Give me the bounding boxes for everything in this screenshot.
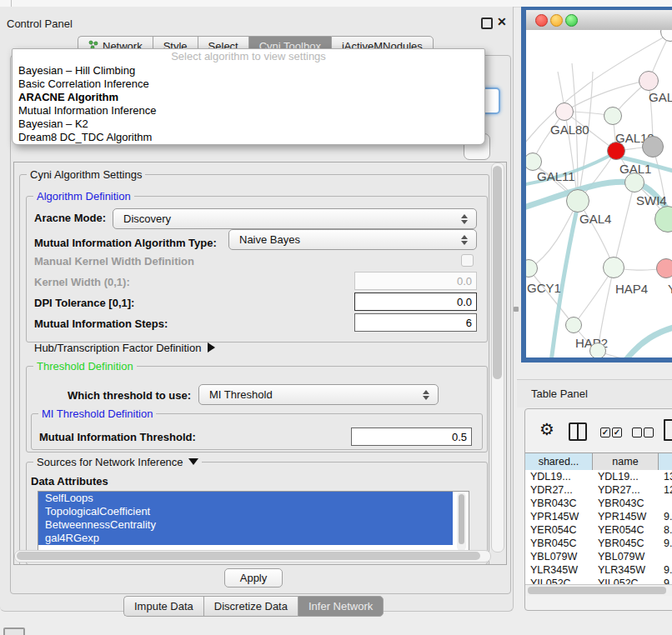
table-cell: 8.: [659, 523, 672, 537]
column-header[interactable]: name: [593, 453, 659, 470]
manual-kernel-checkbox[interactable]: [461, 254, 474, 267]
table-row[interactable]: YDL19...YDL19...13: [525, 470, 672, 483]
table-row[interactable]: YBL079WYBL079W: [525, 550, 672, 563]
node-swi4[interactable]: [624, 172, 644, 192]
node-gal1[interactable]: [607, 142, 625, 160]
which-threshold-label: Which threshold to use:: [68, 389, 191, 402]
attribute-item[interactable]: gal4RGexp: [38, 532, 453, 545]
table-row[interactable]: YLR345WYLR345W9.: [525, 563, 672, 577]
attribute-item[interactable]: SelfLoops: [38, 492, 453, 505]
mi-algorithm-type-label: Mutual Information Algorithm Type:: [34, 237, 217, 249]
close-icon[interactable]: ✕: [497, 15, 507, 28]
float-window-icon[interactable]: [481, 18, 493, 29]
checked-checkbox-icon[interactable]: ✓: [612, 428, 622, 438]
column-header[interactable]: A: [659, 453, 672, 470]
checked-checkbox-icon[interactable]: ✓: [600, 428, 610, 438]
combo-arrows-icon: [456, 214, 476, 224]
dpi-tolerance-input[interactable]: [354, 292, 477, 311]
manual-kernel-label: Manual Kernel Width Definition: [34, 255, 194, 268]
gear-icon[interactable]: ⚙: [539, 419, 554, 439]
table-horizontal-scrollbar[interactable]: [525, 584, 672, 596]
node-gal[interactable]: [639, 71, 659, 91]
which-threshold-combo[interactable]: MI Threshold: [198, 384, 439, 405]
tab-impute-data[interactable]: Impute Data: [123, 596, 203, 617]
outer-window-divider: [11, 0, 12, 7]
file-icon[interactable]: [664, 419, 672, 441]
column-layout-icon[interactable]: [569, 422, 587, 441]
node-label: HAP4: [615, 282, 648, 296]
algorithm-option[interactable]: Dream8 DC_TDC Algorithm: [13, 131, 484, 144]
unchecked-checkbox-icon[interactable]: [644, 428, 654, 438]
algorithm-option[interactable]: Mutual Information Inference: [13, 104, 484, 118]
close-traffic-light-icon[interactable]: [535, 14, 548, 27]
table-row[interactable]: YER054CYER054C8.: [525, 523, 672, 537]
node-y[interactable]: [656, 258, 672, 278]
algorithm-option[interactable]: Bayesian – K2: [13, 118, 484, 131]
attributes-list-scroll-thumb[interactable]: [459, 494, 464, 544]
network-canvas[interactable]: GALGAL80GAL10GAL1GAL11SWI4GAL4GCY1HAP4YH…: [526, 30, 672, 358]
minimize-traffic-light-icon[interactable]: [550, 14, 563, 27]
node-hap4[interactable]: [603, 257, 624, 278]
mi-algorithm-type-value: Naive Bayes: [229, 233, 456, 246]
settings-vertical-scroll-thumb[interactable]: [493, 166, 502, 379]
mi-threshold-input[interactable]: [351, 428, 472, 446]
column-header[interactable]: shared...: [525, 453, 593, 470]
table-row[interactable]: YPR145WYPR145W9.: [525, 510, 672, 523]
settings-horizontal-scroll-thumb[interactable]: [17, 552, 480, 560]
attribute-item[interactable]: TopologicalCoefficient: [38, 505, 453, 518]
apply-button[interactable]: Apply: [224, 568, 283, 588]
table-cell: YBL079W: [525, 550, 593, 563]
node-label: GCY1: [527, 281, 561, 295]
dropdown-list: Bayesian – Hill ClimbingBasic Correlatio…: [13, 64, 484, 144]
cyni-settings-group-title: Cyni Algorithm Settings: [27, 168, 145, 181]
table-cell: 13: [659, 470, 672, 483]
node-label: GAL: [649, 90, 672, 104]
settings-scroll-viewport: Cyni Algorithm Settings Algorithm Defini…: [13, 162, 507, 565]
hub-definition-label: Hub/Transcription Factor Definition: [34, 342, 201, 354]
unchecked-checkbox-icon[interactable]: [632, 428, 642, 438]
node-hap2[interactable]: [565, 317, 582, 333]
node[interactable]: [642, 136, 664, 158]
mi-threshold-group-title: MI Threshold Definition: [38, 408, 156, 420]
node-gal80[interactable]: [555, 102, 574, 121]
table-cell: YLR345W: [525, 563, 593, 577]
node-label: Y: [668, 282, 672, 296]
node-label: GAL4: [579, 212, 611, 226]
aracne-mode-combo[interactable]: Discovery: [113, 208, 477, 229]
network-window-titlebar[interactable]: [526, 10, 672, 31]
dropdown-placeholder: Select algorithm to view settings: [13, 49, 484, 64]
algorithm-option[interactable]: Basic Correlation Inference: [13, 78, 484, 91]
table-cell: YBR043C: [525, 497, 593, 510]
table-row[interactable]: YDR27...YDR27...12: [525, 483, 672, 497]
tab-infer-network[interactable]: Infer Network: [298, 596, 384, 617]
kernel-width-label: Kernel Width (0,1):: [34, 276, 130, 288]
split-pane-handle[interactable]: [514, 307, 519, 312]
node-gal4[interactable]: [566, 189, 589, 212]
hub-definition-toggle[interactable]: Hub/Transcription Factor Definition: [34, 342, 215, 354]
tab-label: Impute Data: [134, 599, 193, 613]
data-attributes-list[interactable]: SelfLoopsTopologicalCoefficientBetweenne…: [38, 491, 469, 554]
table-horizontal-scroll-thumb[interactable]: [528, 587, 666, 594]
tab-discretize-data[interactable]: Discretize Data: [203, 596, 298, 617]
node-gal10[interactable]: [604, 107, 622, 125]
mi-steps-input[interactable]: [354, 313, 477, 332]
algorithm-option[interactable]: Bayesian – Hill Climbing: [13, 64, 484, 78]
node-label: GAL11: [537, 169, 575, 183]
table-cell: [659, 550, 672, 563]
algorithm-option[interactable]: ARACNE Algorithm: [13, 91, 484, 104]
bottom-left-panel-icon[interactable]: [3, 628, 25, 635]
attribute-item[interactable]: BetweennessCentrality: [38, 518, 453, 532]
table-row[interactable]: YBR045CYBR045C9.: [525, 537, 672, 550]
node[interactable]: [589, 342, 606, 358]
kernel-width-input[interactable]: [354, 272, 477, 290]
zoom-traffic-light-icon[interactable]: [565, 14, 578, 27]
expanded-arrow-icon[interactable]: [188, 458, 198, 465]
mi-algorithm-type-combo[interactable]: Naive Bayes: [228, 229, 477, 250]
node-label: GAL80: [550, 122, 589, 137]
table-row[interactable]: YBR043CYBR043C: [525, 497, 672, 510]
table-header-row: shared...nameA: [525, 452, 672, 471]
table-cell: YER054C: [525, 523, 593, 537]
table-cell: 12: [659, 483, 672, 497]
tab-label: Infer Network: [308, 599, 373, 613]
algorithm-definition-title: Algorithm Definition: [33, 190, 134, 202]
